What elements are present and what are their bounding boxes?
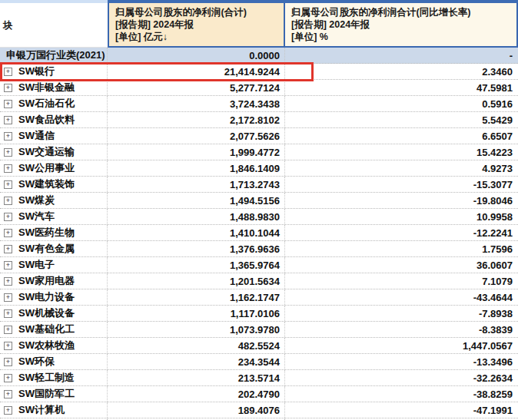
net-profit-value: 5,277.7124	[108, 80, 285, 95]
table-row[interactable]: +SW建筑装饰1,713.2743-15.3077	[0, 177, 518, 193]
yoy-growth-value: -13.3496	[285, 354, 518, 369]
sector-cell: +SW环保	[0, 354, 108, 369]
column-header-sector-label: 块	[3, 19, 13, 31]
sector-name: SW医药生物	[18, 226, 75, 240]
yoy-growth-header-line2: [报告期] 2024年报	[291, 18, 510, 31]
table-row[interactable]: +SW交通运输1,999.477215.4223	[0, 144, 518, 160]
table-row[interactable]: +SW汽车1,488.983010.9958	[0, 209, 518, 225]
expand-icon[interactable]: +	[4, 68, 12, 76]
net-profit-value: 1,117.0106	[108, 306, 285, 321]
yoy-growth-value: 6.6507	[285, 128, 518, 144]
sector-name: SW机械设备	[18, 306, 75, 320]
yoy-growth-value: -8.3839	[285, 322, 518, 337]
sector-cell: +SW煤炭	[0, 193, 108, 208]
sector-cell: +SW通信	[0, 128, 108, 144]
yoy-growth-value: 7.1079	[285, 273, 518, 289]
sector-name: SW计算机	[18, 403, 65, 417]
table-body: 申银万国行业类(2021)0.0000-+SW银行21,414.92442.34…	[0, 48, 518, 420]
table-row[interactable]: +SW国防军工202.4790-38.8259	[0, 386, 518, 402]
table-row[interactable]: +SW医药生物1,410.1044-12.2241	[0, 225, 518, 241]
table-row[interactable]: +SW计算机189.4076-47.1991	[0, 402, 518, 418]
table-row[interactable]: +SW食品饮料2,172.81025.5429	[0, 112, 518, 128]
net-profit-value: 21,414.9244	[108, 64, 285, 79]
table-row[interactable]: +SW公用事业1,846.14094.9273	[0, 160, 518, 177]
table-row[interactable]: +SW基础化工1,073.9780-8.3839	[0, 322, 518, 338]
expand-icon[interactable]: +	[4, 116, 12, 124]
net-profit-value: 1,365.9764	[108, 257, 285, 273]
table-row[interactable]: +SW电力设备1,162.1747-43.4644	[0, 289, 518, 306]
sector-name: SW非银金融	[18, 81, 75, 94]
expand-icon[interactable]: +	[4, 277, 12, 286]
column-header-yoy-growth[interactable]: 归属母公司股东的净利润合计(同比增长率) [报告期] 2024年报 [单位] %	[285, 3, 518, 48]
expand-icon[interactable]: +	[4, 213, 12, 221]
expand-icon[interactable]: +	[4, 84, 12, 92]
net-profit-value: 213.5714	[108, 370, 285, 385]
sector-name: SW电力设备	[18, 290, 75, 304]
column-header-net-profit[interactable]: 归属母公司股东的净利润(合计) [报告期] 2024年报 [单位] 亿元↓	[108, 3, 285, 48]
expand-icon[interactable]: +	[4, 261, 12, 270]
expand-icon[interactable]: +	[4, 197, 12, 205]
sector-cell: 申银万国行业类(2021)	[0, 48, 108, 63]
net-profit-value: 202.4790	[108, 386, 285, 402]
expand-icon[interactable]: +	[4, 342, 12, 350]
net-profit-value: 0.0000	[108, 48, 285, 63]
expand-icon[interactable]: +	[4, 229, 12, 237]
table-row[interactable]: +SW银行21,414.92442.3460	[0, 64, 518, 80]
sector-cell: +SW医药生物	[0, 225, 108, 240]
sector-name: SW轻工制造	[18, 371, 75, 385]
sector-financial-table: 块 归属母公司股东的净利润(合计) [报告期] 2024年报 [单位] 亿元↓ …	[0, 0, 518, 420]
sector-name: SW交通运输	[18, 145, 75, 159]
sector-cell: +SW轻工制造	[0, 370, 108, 385]
expand-icon[interactable]: +	[4, 326, 12, 334]
sector-cell: +SW汽车	[0, 209, 108, 224]
expand-icon[interactable]: +	[4, 180, 12, 189]
table-row[interactable]: +SW石油石化3,724.34380.5916	[0, 96, 518, 112]
sector-name: SW电子	[18, 258, 55, 272]
table-row[interactable]: +SW通信2,077.56266.6507	[0, 128, 518, 144]
table-row[interactable]: 申银万国行业类(2021)0.0000-	[0, 48, 518, 64]
expand-icon[interactable]: +	[4, 358, 12, 366]
expand-icon[interactable]: +	[4, 406, 12, 415]
net-profit-value: 482.5524	[108, 338, 285, 353]
yoy-growth-value: -	[285, 48, 518, 63]
sector-cell: +SW国防军工	[0, 386, 108, 402]
table-row[interactable]: +SW家用电器1,201.56347.1079	[0, 273, 518, 289]
table-row[interactable]: +SW机械设备1,117.0106-7.8938	[0, 306, 518, 322]
table-header-row: 块 归属母公司股东的净利润(合计) [报告期] 2024年报 [单位] 亿元↓ …	[0, 3, 518, 48]
yoy-growth-value: -38.8259	[285, 386, 518, 402]
expand-icon[interactable]: +	[4, 245, 12, 253]
expand-icon[interactable]: +	[4, 390, 12, 399]
yoy-growth-value: 47.5981	[285, 80, 518, 95]
net-profit-header-line1: 归属母公司股东的净利润(合计)	[115, 6, 277, 18]
expand-icon[interactable]: +	[4, 164, 12, 173]
expand-icon[interactable]: +	[4, 374, 12, 382]
sector-cell: +SW建筑装饰	[0, 177, 108, 192]
expand-icon[interactable]: +	[4, 132, 12, 141]
sector-name: SW环保	[18, 355, 55, 369]
net-profit-value: 2,172.8102	[108, 112, 285, 127]
yoy-growth-value: -43.4644	[285, 289, 518, 305]
table-row[interactable]: +SW轻工制造213.5714-32.2634	[0, 370, 518, 386]
yoy-growth-value: -12.2241	[285, 225, 518, 240]
table-row[interactable]: +SW环保234.3544-13.3496	[0, 354, 518, 370]
table-row[interactable]: +SW煤炭1,494.5156-19.8046	[0, 193, 518, 209]
net-profit-value: 234.3544	[108, 354, 285, 369]
sector-name: SW建筑装饰	[18, 177, 75, 191]
table-row[interactable]: +SW有色金属1,376.96361.7596	[0, 241, 518, 257]
expand-icon[interactable]: +	[4, 293, 12, 302]
expand-icon[interactable]: +	[4, 100, 12, 108]
yoy-growth-value: -47.1991	[285, 402, 518, 418]
yoy-growth-value: -19.8046	[285, 193, 518, 208]
expand-icon[interactable]: +	[4, 309, 12, 318]
table-row[interactable]: +SW电子1,365.976436.0607	[0, 257, 518, 273]
yoy-growth-value: -32.2634	[285, 370, 518, 385]
sector-name: SW基础化工	[18, 322, 75, 336]
sector-cell: +SW非银金融	[0, 80, 108, 95]
expand-icon[interactable]: +	[4, 148, 12, 157]
net-profit-value: 1,999.4772	[108, 144, 285, 160]
table-row[interactable]: +SW非银金融5,277.712447.5981	[0, 80, 518, 96]
column-header-sector[interactable]: 块	[0, 3, 108, 48]
yoy-growth-value: 2.3460	[285, 64, 518, 79]
table-row[interactable]: +SW农林牧渔482.55241,447.0567	[0, 338, 518, 354]
sector-cell: +SW家用电器	[0, 273, 108, 289]
